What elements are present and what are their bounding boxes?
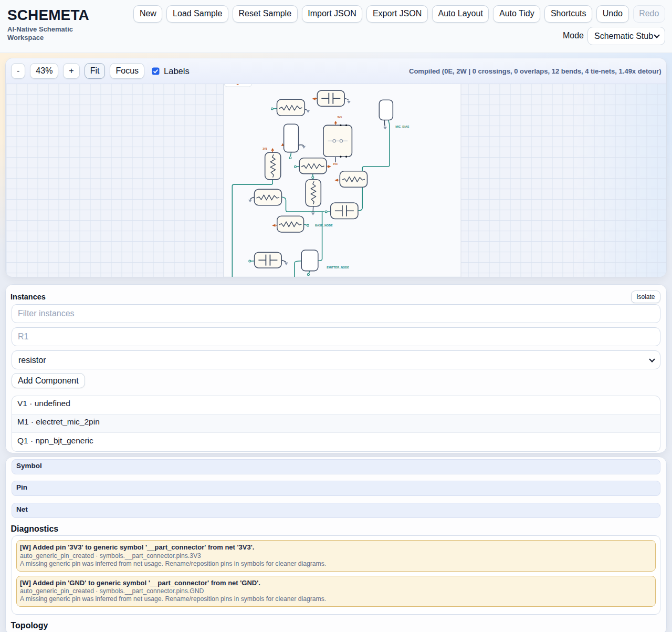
svg-text:MIC_BIAS: MIC_BIAS — [395, 125, 409, 128]
svg-text:EMITTER_NODE: EMITTER_NODE — [327, 266, 349, 269]
svg-text:3V3: 3V3 — [337, 116, 342, 119]
svg-text:3V3: 3V3 — [333, 163, 338, 165]
svg-text:BASE_NODE: BASE_NODE — [315, 224, 333, 227]
svg-text:3V3: 3V3 — [262, 148, 267, 150]
